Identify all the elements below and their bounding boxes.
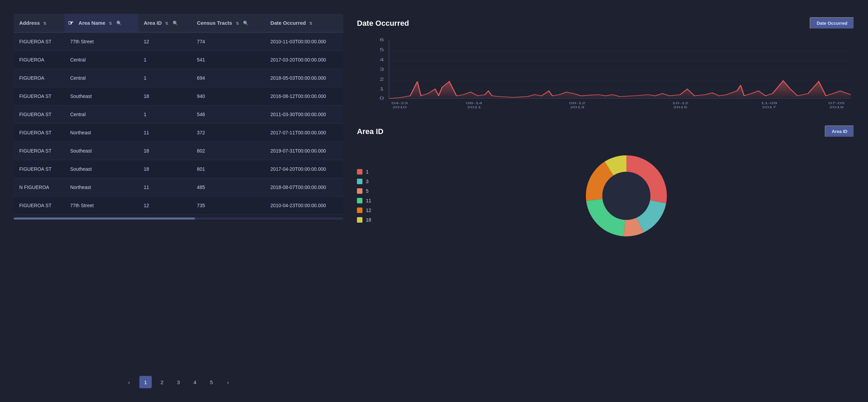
cell-areaid: 18 [138, 142, 192, 160]
cell-dateoccurred: 2019-07-31T00:00:00.000 [265, 142, 343, 160]
cell-address: FIGUEROA ST [14, 142, 65, 160]
table-row: N FIGUEROA Northeast 11 485 2018-08-07T0… [14, 178, 343, 197]
cell-censustracts: 485 [192, 178, 265, 197]
svg-text:2017: 2017 [762, 105, 776, 109]
svg-text:2013: 2013 [570, 105, 584, 109]
pie-section: 1 3 5 11 12 [357, 144, 854, 247]
svg-text:11-09: 11-09 [761, 101, 777, 105]
cell-censustracts: 735 [192, 197, 265, 215]
cell-areaname: 77th Street [65, 197, 138, 215]
table-row: FIGUEROA Central 1 694 2018-05-03T00:00:… [14, 69, 343, 87]
cell-censustracts: 802 [192, 142, 265, 160]
legend-dot-1 [357, 169, 362, 175]
cell-areaname: Southeast [65, 142, 138, 160]
date-chart-badge[interactable]: Date Occurred [810, 17, 854, 29]
area-chart-section: Area ID Area ID 1 3 5 [357, 125, 854, 247]
search-icon-censustracts[interactable]: 🔍 [243, 21, 248, 26]
cell-areaname: Central [65, 51, 138, 69]
pagination-prev[interactable]: ‹ [123, 376, 135, 388]
cell-areaname: Northeast [65, 124, 138, 142]
left-panel: Address ⇅ ☞ Area Name ⇅ 🔍 Area ID [14, 14, 343, 388]
date-chart-header: Date Occurred Date Occurred [357, 17, 854, 29]
table-row: FIGUEROA ST Central 1 546 2011-03-30T00:… [14, 105, 343, 124]
pagination-page-1[interactable]: 1 [139, 376, 152, 388]
table-row: FIGUEROA ST Southeast 18 802 2019-07-31T… [14, 142, 343, 160]
svg-text:08-14: 08-14 [466, 101, 483, 105]
legend-item-3: 3 [357, 179, 384, 184]
svg-text:09-12: 09-12 [569, 101, 586, 105]
cell-areaname: Central [65, 105, 138, 124]
cell-dateoccurred: 2017-07-11T00:00:00.000 [265, 124, 343, 142]
cell-address: FIGUEROA ST [14, 197, 65, 215]
pie-legend: 1 3 5 11 12 [357, 169, 384, 223]
svg-text:2: 2 [380, 77, 384, 82]
cell-dateoccurred: 2017-03-20T00:00:00.000 [265, 51, 343, 69]
cell-dateoccurred: 2010-11-03T00:00:00.000 [265, 32, 343, 51]
pagination-page-2[interactable]: 2 [156, 376, 168, 388]
col-address[interactable]: Address ⇅ [14, 14, 65, 32]
legend-item-1: 1 [357, 169, 384, 175]
pagination-page-3[interactable]: 3 [172, 376, 185, 388]
data-table: Address ⇅ ☞ Area Name ⇅ 🔍 Area ID [14, 14, 343, 215]
svg-text:10-12: 10-12 [672, 101, 688, 105]
cell-address: N FIGUEROA [14, 178, 65, 197]
scrollbar-track[interactable] [14, 217, 343, 220]
table-row: FIGUEROA ST 77th Street 12 735 2010-04-2… [14, 197, 343, 215]
cell-areaname: Northeast [65, 178, 138, 197]
cell-dateoccurred: 2018-08-07T00:00:00.000 [265, 178, 343, 197]
cell-address: FIGUEROA ST [14, 105, 65, 124]
cell-areaid: 12 [138, 32, 192, 51]
col-dateoccurred[interactable]: Date Occurred ⇅ [265, 14, 343, 32]
scrollbar-thumb[interactable] [14, 217, 195, 220]
cell-areaid: 18 [138, 160, 192, 178]
legend-dot-18 [357, 217, 362, 223]
line-chart-container: 6 5 4 3 2 1 0 [357, 36, 854, 112]
search-icon-areaid[interactable]: 🔍 [173, 21, 178, 26]
pagination-next[interactable]: › [222, 376, 234, 388]
col-censustracts[interactable]: Census Tracts ⇅ 🔍 [192, 14, 265, 32]
sort-icon-areaname: ⇅ [109, 21, 112, 26]
cell-dateoccurred: 2016-08-12T00:00:00.000 [265, 87, 343, 105]
area-chart-title: Area ID [357, 127, 383, 136]
svg-text:2019: 2019 [830, 105, 844, 109]
cell-dateoccurred: 2017-04-20T00:00:00.000 [265, 160, 343, 178]
date-chart-title: Date Occurred [357, 19, 409, 28]
svg-text:07-05: 07-05 [828, 101, 845, 105]
cell-address: FIGUEROA ST [14, 32, 65, 51]
pagination-page-5[interactable]: 5 [205, 376, 218, 388]
sort-icon-dateoccurred: ⇅ [309, 21, 312, 26]
cell-areaid: 18 [138, 87, 192, 105]
svg-text:4: 4 [380, 57, 384, 62]
sort-icon-address: ⇅ [43, 21, 46, 26]
area-chart-badge[interactable]: Area ID [825, 125, 854, 137]
right-panel: Date Occurred Date Occurred 6 5 4 3 2 1 … [357, 14, 854, 388]
cell-areaname: Southeast [65, 160, 138, 178]
legend-item-12: 12 [357, 208, 384, 213]
legend-item-5: 5 [357, 188, 384, 194]
col-areaid[interactable]: Area ID ⇅ 🔍 [138, 14, 192, 32]
table-row: FIGUEROA ST Southeast 18 801 2017-04-20T… [14, 160, 343, 178]
svg-text:1: 1 [380, 87, 384, 91]
cell-censustracts: 774 [192, 32, 265, 51]
svg-text:5: 5 [380, 47, 384, 52]
svg-text:3: 3 [380, 67, 384, 72]
svg-text:2015: 2015 [673, 105, 687, 109]
cell-areaname: 77th Street [65, 32, 138, 51]
cell-address: FIGUEROA ST [14, 87, 65, 105]
cell-areaid: 1 [138, 105, 192, 124]
cursor-icon: ☞ [68, 19, 73, 27]
pagination-page-4[interactable]: 4 [189, 376, 201, 388]
cell-dateoccurred: 2011-03-30T00:00:00.000 [265, 105, 343, 124]
col-areaname[interactable]: ☞ Area Name ⇅ 🔍 [65, 14, 138, 32]
table-row: FIGUEROA ST Northeast 11 372 2017-07-11T… [14, 124, 343, 142]
svg-text:04-23: 04-23 [391, 101, 408, 105]
legend-dot-11 [357, 198, 362, 203]
cell-areaname: Southeast [65, 87, 138, 105]
legend-item-11: 11 [357, 198, 384, 203]
pagination: ‹ 1 2 3 4 5 › [14, 376, 343, 388]
table-row: FIGUEROA ST 77th Street 12 774 2010-11-0… [14, 32, 343, 51]
search-icon-areaname[interactable]: 🔍 [116, 21, 122, 26]
cell-address: FIGUEROA [14, 51, 65, 69]
line-chart-svg: 6 5 4 3 2 1 0 [357, 36, 854, 112]
svg-text:2011: 2011 [467, 105, 481, 109]
